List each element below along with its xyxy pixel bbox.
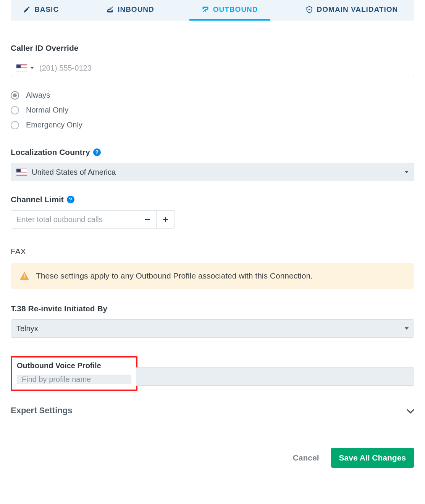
warning-icon — [20, 272, 29, 280]
help-icon[interactable]: ? — [67, 196, 74, 203]
outbound-profile-search-extension[interactable] — [136, 367, 414, 386]
outbound-voice-profile-highlight: Outbound Voice Profile — [11, 356, 137, 391]
outbound-profile-search-wrap — [17, 375, 131, 384]
expert-settings-toggle[interactable]: Expert Settings — [11, 400, 414, 421]
radio-emergency-only[interactable] — [11, 121, 19, 129]
fax-heading: FAX — [11, 247, 414, 256]
tab-domain-validation-label: DOMAIN VALIDATION — [317, 5, 398, 14]
localization-label: Localization Country ? — [11, 148, 414, 157]
channel-limit-input[interactable] — [11, 210, 138, 229]
outbound-profile-search-input[interactable] — [22, 375, 126, 384]
fax-alert-text: These settings apply to any Outbound Pro… — [36, 271, 313, 280]
radio-always[interactable] — [11, 91, 19, 100]
us-flag-icon[interactable] — [16, 64, 27, 71]
radio-always-label: Always — [26, 91, 50, 100]
caret-down-icon[interactable] — [30, 67, 34, 69]
radio-normal-label: Normal Only — [26, 106, 68, 114]
tab-outbound-label: OUTBOUND — [213, 5, 258, 14]
caller-id-input[interactable] — [39, 64, 409, 72]
cancel-button[interactable]: Cancel — [289, 448, 323, 468]
stepper-minus-button[interactable]: − — [138, 210, 157, 229]
channel-limit-stepper: − + — [11, 210, 175, 229]
footer-actions: Cancel Save All Changes — [11, 421, 414, 483]
chevron-down-icon — [407, 408, 414, 413]
caret-down-icon — [405, 327, 409, 330]
localization-selected: United States of America — [32, 168, 402, 177]
outbound-profile-label: Outbound Voice Profile — [17, 361, 131, 370]
tab-basic[interactable]: BASIC — [11, 0, 71, 21]
expert-settings-label: Expert Settings — [11, 406, 407, 415]
tab-inbound[interactable]: INBOUND — [94, 0, 166, 21]
caller-id-input-wrap — [11, 59, 414, 77]
caller-id-label: Caller ID Override — [11, 43, 414, 53]
fax-alert: These settings apply to any Outbound Pro… — [11, 263, 414, 289]
radio-emergency-label: Emergency Only — [26, 121, 82, 129]
caret-down-icon — [405, 171, 409, 173]
save-button[interactable]: Save All Changes — [331, 448, 414, 468]
tabs-bar: BASIC INBOUND OUTBOUND DOMAIN VALIDATION — [11, 0, 414, 21]
tab-basic-label: BASIC — [34, 5, 59, 14]
tab-outbound[interactable]: OUTBOUND — [189, 0, 270, 21]
t38-label: T.38 Re-invite Initiated By — [11, 304, 414, 313]
stepper-plus-button[interactable]: + — [157, 210, 175, 229]
us-flag-icon — [16, 169, 27, 176]
radio-normal-only[interactable] — [11, 106, 19, 114]
domain-validation-icon — [305, 6, 313, 13]
inbound-icon — [106, 6, 114, 13]
pencil-icon — [23, 6, 31, 13]
t38-select[interactable]: Telnyx — [11, 319, 414, 338]
tab-domain-validation[interactable]: DOMAIN VALIDATION — [293, 0, 410, 21]
localization-select[interactable]: United States of America — [11, 163, 414, 181]
help-icon[interactable]: ? — [93, 148, 101, 156]
tab-inbound-label: INBOUND — [118, 5, 154, 14]
channel-limit-label: Channel Limit ? — [11, 195, 414, 204]
caller-id-mode-group: Always Normal Only Emergency Only — [11, 88, 414, 132]
t38-selected: Telnyx — [16, 324, 402, 333]
outbound-icon — [202, 6, 209, 13]
